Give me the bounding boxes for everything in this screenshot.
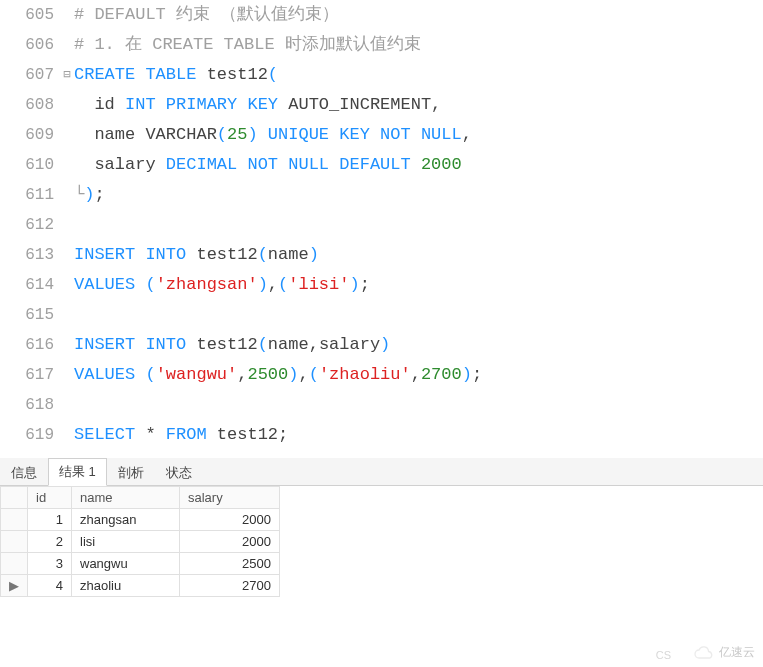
token: ( bbox=[258, 245, 268, 264]
line-number: 605 bbox=[0, 0, 60, 30]
token: , bbox=[411, 365, 421, 384]
token bbox=[135, 65, 145, 84]
token: INTO bbox=[145, 245, 186, 264]
table-row[interactable]: 1zhangsan2000 bbox=[1, 509, 280, 531]
tab-剖析[interactable]: 剖析 bbox=[107, 459, 155, 486]
token: VARCHAR bbox=[145, 125, 216, 144]
token: INT bbox=[125, 95, 156, 114]
yisu-watermark: 亿速云 bbox=[693, 644, 755, 661]
code-line[interactable]: 606# 1. 在 CREATE TABLE 时添加默认值约束 bbox=[0, 30, 763, 60]
code-content[interactable]: salary DECIMAL NOT NULL DEFAULT 2000 bbox=[74, 150, 462, 180]
code-line[interactable]: 613INSERT INTO test12(name) bbox=[0, 240, 763, 270]
code-line[interactable]: 611└); bbox=[0, 180, 763, 210]
token: name bbox=[268, 335, 309, 354]
code-content[interactable]: VALUES ('wangwu',2500),('zhaoliu',2700); bbox=[74, 360, 482, 390]
cell-salary[interactable]: 2000 bbox=[180, 509, 280, 531]
row-header-corner bbox=[1, 487, 28, 509]
cell-name[interactable]: zhaoliu bbox=[72, 575, 180, 597]
token: KEY bbox=[247, 95, 278, 114]
code-line[interactable]: 609 name VARCHAR(25) UNIQUE KEY NOT NULL… bbox=[0, 120, 763, 150]
code-line[interactable]: 605# DEFAULT 约束 （默认值约束） bbox=[0, 0, 763, 30]
fold-gutter[interactable]: ⊟ bbox=[60, 60, 74, 90]
token: UNIQUE bbox=[268, 125, 329, 144]
row-marker: ▶ bbox=[1, 575, 28, 597]
token: ) bbox=[288, 365, 298, 384]
column-header-id[interactable]: id bbox=[28, 487, 72, 509]
code-line[interactable]: 618 bbox=[0, 390, 763, 420]
code-line[interactable]: 616INSERT INTO test12(name,salary) bbox=[0, 330, 763, 360]
token: 'zhaoliu' bbox=[319, 365, 411, 384]
code-line[interactable]: 615 bbox=[0, 300, 763, 330]
result-tabs: 信息结果 1剖析状态 bbox=[0, 458, 763, 486]
line-number: 617 bbox=[0, 360, 60, 390]
code-line[interactable]: 607⊟CREATE TABLE test12( bbox=[0, 60, 763, 90]
token: ) bbox=[380, 335, 390, 354]
token: ( bbox=[258, 335, 268, 354]
token bbox=[74, 155, 94, 174]
code-content[interactable]: VALUES ('zhangsan'),('lisi'); bbox=[74, 270, 370, 300]
code-line[interactable]: 610 salary DECIMAL NOT NULL DEFAULT 2000 bbox=[0, 150, 763, 180]
cell-id[interactable]: 1 bbox=[28, 509, 72, 531]
column-header-name[interactable]: name bbox=[72, 487, 180, 509]
code-line[interactable]: 612 bbox=[0, 210, 763, 240]
cell-name[interactable]: wangwu bbox=[72, 553, 180, 575]
token: test12 bbox=[217, 425, 278, 444]
code-content[interactable]: SELECT * FROM test12; bbox=[74, 420, 288, 450]
code-content[interactable]: # DEFAULT 约束 （默认值约束） bbox=[74, 0, 339, 30]
token: test12 bbox=[207, 65, 268, 84]
code-content[interactable]: CREATE TABLE test12( bbox=[74, 60, 278, 90]
table-row[interactable]: 3wangwu2500 bbox=[1, 553, 280, 575]
table-row[interactable]: 2lisi2000 bbox=[1, 531, 280, 553]
token: name bbox=[94, 125, 135, 144]
code-line[interactable]: 617VALUES ('wangwu',2500),('zhaoliu',270… bbox=[0, 360, 763, 390]
code-content[interactable]: name VARCHAR(25) UNIQUE KEY NOT NULL, bbox=[74, 120, 472, 150]
sql-editor[interactable]: 605# DEFAULT 约束 （默认值约束）606# 1. 在 CREATE … bbox=[0, 0, 763, 450]
code-line[interactable]: 608 id INT PRIMARY KEY AUTO_INCREMENT, bbox=[0, 90, 763, 120]
token: ( bbox=[278, 275, 288, 294]
token: TABLE bbox=[145, 65, 196, 84]
cell-id[interactable]: 4 bbox=[28, 575, 72, 597]
token: 'zhangsan' bbox=[156, 275, 258, 294]
code-line[interactable]: 614VALUES ('zhangsan'),('lisi'); bbox=[0, 270, 763, 300]
token bbox=[258, 125, 268, 144]
tab-状态[interactable]: 状态 bbox=[155, 459, 203, 486]
token: INTO bbox=[145, 335, 186, 354]
line-number: 606 bbox=[0, 30, 60, 60]
token: NULL bbox=[288, 155, 329, 174]
table-row[interactable]: ▶4zhaoliu2700 bbox=[1, 575, 280, 597]
code-content[interactable]: INSERT INTO test12(name) bbox=[74, 240, 319, 270]
column-header-salary[interactable]: salary bbox=[180, 487, 280, 509]
result-grid[interactable]: idnamesalary1zhangsan20002lisi20003wangw… bbox=[0, 486, 280, 597]
code-content[interactable]: INSERT INTO test12(name,salary) bbox=[74, 330, 390, 360]
token: 2500 bbox=[247, 365, 288, 384]
token: , bbox=[309, 335, 319, 354]
cell-salary[interactable]: 2700 bbox=[180, 575, 280, 597]
cell-name[interactable]: zhangsan bbox=[72, 509, 180, 531]
line-number: 609 bbox=[0, 120, 60, 150]
cell-id[interactable]: 3 bbox=[28, 553, 72, 575]
code-line[interactable]: 619SELECT * FROM test12; bbox=[0, 420, 763, 450]
code-content[interactable]: id INT PRIMARY KEY AUTO_INCREMENT, bbox=[74, 90, 441, 120]
cloud-icon bbox=[693, 646, 715, 660]
token: ( bbox=[217, 125, 227, 144]
tab-信息[interactable]: 信息 bbox=[0, 459, 48, 486]
token: INSERT bbox=[74, 245, 135, 264]
token: , bbox=[237, 365, 247, 384]
cell-id[interactable]: 2 bbox=[28, 531, 72, 553]
code-content[interactable]: └); bbox=[74, 180, 105, 210]
tab-结果 1[interactable]: 结果 1 bbox=[48, 458, 107, 486]
token bbox=[74, 95, 94, 114]
token bbox=[135, 125, 145, 144]
line-number: 608 bbox=[0, 90, 60, 120]
cell-salary[interactable]: 2000 bbox=[180, 531, 280, 553]
cell-salary[interactable]: 2500 bbox=[180, 553, 280, 575]
line-number: 611 bbox=[0, 180, 60, 210]
code-content[interactable]: # 1. 在 CREATE TABLE 时添加默认值约束 bbox=[74, 30, 421, 60]
line-number: 619 bbox=[0, 420, 60, 450]
token: ( bbox=[309, 365, 319, 384]
token: ) bbox=[309, 245, 319, 264]
token: VALUES bbox=[74, 365, 135, 384]
token: DECIMAL bbox=[166, 155, 237, 174]
token bbox=[156, 425, 166, 444]
cell-name[interactable]: lisi bbox=[72, 531, 180, 553]
